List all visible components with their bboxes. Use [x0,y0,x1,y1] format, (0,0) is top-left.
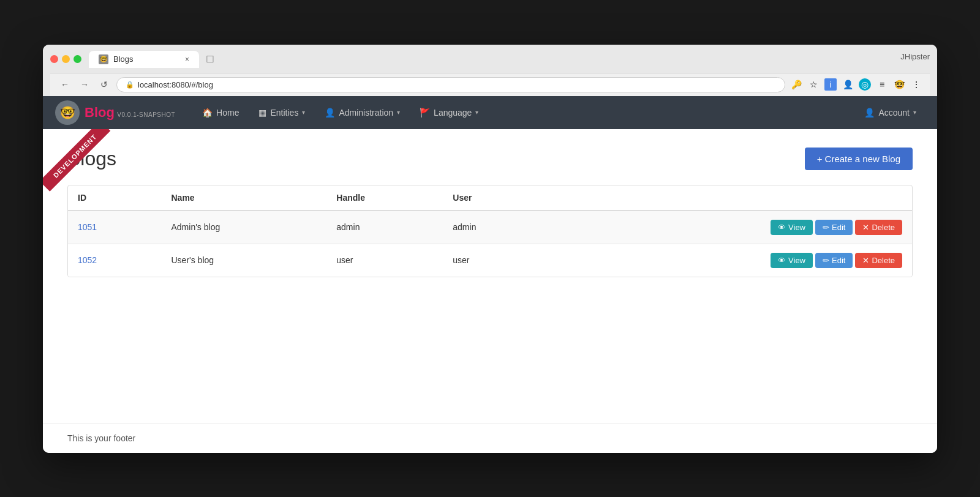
brand-name: Blog [85,105,115,120]
account-icon: 👤 [864,108,875,118]
nav-home[interactable]: 🏠 Home [194,103,247,122]
create-new-blog-button[interactable]: + Create a new Blog [805,148,913,170]
brand-name-wrapper: Blog v0.0.1-SNAPSHOT [85,105,175,121]
view-icon: 👁 [778,223,786,232]
extension-2-icon[interactable]: 👤 [842,78,854,91]
nav-home-label: Home [216,108,239,118]
navbar-nav: 🏠 Home ▦ Entities ▾ 👤 Administration ▾ 🚩… [194,103,856,122]
brand-version: v0.0.1-SNAPSHOT [117,111,175,118]
key-icon[interactable]: 🔑 [790,78,802,91]
browser-titlebar: 🤓 Blogs × □ JHipster [50,51,930,68]
row2-view-button[interactable]: 👁 View [771,253,813,268]
row1-edit-button[interactable]: ✏ Edit [815,220,853,235]
new-tab-button[interactable]: □ [202,51,219,68]
toolbar-icons: 🔑 ☆ i 👤 ◎ ≡ 🤓 ⋮ [790,78,922,91]
jhipster-label: JHipster [900,52,930,66]
nav-entities[interactable]: ▦ Entities ▾ [250,103,314,122]
col-user: User [443,185,546,211]
minimize-window-button[interactable] [62,55,70,63]
row1-user: admin [443,211,546,244]
nav-account[interactable]: 👤 Account ▾ [856,103,925,122]
table-body: 1051 Admin's blog admin admin 👁 View [68,211,912,277]
nav-entities-label: Entities [270,108,298,118]
nav-administration[interactable]: 👤 Administration ▾ [316,103,409,122]
row2-handle: user [326,244,443,277]
blogs-table: ID Name Handle User 1051 [68,185,912,277]
navbar-right: 👤 Account ▾ [856,103,925,122]
row1-view-label: View [788,223,805,232]
row1-delete-button[interactable]: ✕ Delete [855,220,902,235]
view-icon-2: 👁 [778,256,786,265]
tab-favicon: 🤓 [99,54,108,64]
row1-delete-label: Delete [872,223,895,232]
reload-button[interactable]: ↺ [97,77,111,92]
delete-icon: ✕ [862,223,869,232]
active-tab[interactable]: 🤓 Blogs × [89,51,199,68]
nav-language-label: Language [434,108,472,118]
edit-icon-2: ✏ [823,256,829,265]
row2-delete-button[interactable]: ✕ Delete [855,253,902,268]
app-footer: This is your footer [43,423,937,453]
address-bar[interactable]: 🔒 localhost:8080/#/blog [116,77,785,92]
entities-icon: ▦ [258,108,266,118]
row2-edit-button[interactable]: ✏ Edit [815,253,853,268]
browser-window: 🤓 Blogs × □ JHipster ← → ↺ 🔒 localhost:8… [43,45,937,453]
new-tab-icon: □ [207,53,214,65]
browser-tabs: 🤓 Blogs × □ [89,51,900,68]
col-handle: Handle [326,185,443,211]
blogs-table-container: ID Name Handle User 1051 [67,185,913,277]
main-content: Development Blogs + Create a new Blog ID… [43,129,937,423]
page-title: Blogs [67,148,116,170]
navbar: 🤓 Blog v0.0.1-SNAPSHOT 🏠 Home ▦ Entities… [43,96,937,129]
nav-administration-label: Administration [339,108,393,118]
col-name: Name [162,185,327,211]
nav-account-label: Account [878,108,910,118]
administration-chevron-icon: ▾ [397,109,400,116]
browser-toolbar: ← → ↺ 🔒 localhost:8080/#/blog 🔑 ☆ i 👤 ◎ … [50,73,930,96]
close-window-button[interactable] [50,55,58,63]
row1-handle: admin [326,211,443,244]
browser-chrome: 🤓 Blogs × □ JHipster ← → ↺ 🔒 localhost:8… [43,45,937,96]
menu-dots-icon[interactable]: ⋮ [910,78,922,91]
jhipster-ext-icon[interactable]: 🤓 [893,78,905,91]
row1-id-link[interactable]: 1051 [78,222,97,232]
language-icon: 🚩 [420,108,430,118]
row2-edit-label: Edit [832,256,845,265]
traffic-lights [50,55,81,63]
nav-language[interactable]: 🚩 Language ▾ [411,103,487,122]
brand-logo: 🤓 [55,100,80,125]
content-header: Blogs + Create a new Blog [67,148,913,170]
tab-title: Blogs [113,54,134,64]
row2-btn-group: 👁 View ✏ Edit ✕ Delete [557,253,902,268]
table-row: 1052 User's blog user user 👁 View [68,244,912,277]
table-row: 1051 Admin's blog admin admin 👁 View [68,211,912,244]
extension-3-icon[interactable]: ◎ [859,78,871,91]
app-container: 🤓 Blog v0.0.1-SNAPSHOT 🏠 Home ▦ Entities… [43,96,937,453]
row1-name: Admin's blog [162,211,327,244]
forward-button[interactable]: → [77,77,92,92]
row2-user: user [443,244,546,277]
maximize-window-button[interactable] [74,55,81,63]
back-button[interactable]: ← [58,77,72,92]
row2-name: User's blog [162,244,327,277]
entities-chevron-icon: ▾ [302,109,305,116]
row1-view-button[interactable]: 👁 View [771,220,813,235]
row1-actions: 👁 View ✏ Edit ✕ Delete [547,211,912,244]
star-icon[interactable]: ☆ [807,78,820,91]
language-chevron-icon: ▾ [475,109,478,116]
table-head: ID Name Handle User [68,185,912,211]
row2-id-link[interactable]: 1052 [78,255,97,265]
row2-id: 1052 [68,244,162,277]
table-header-row: ID Name Handle User [68,185,912,211]
row2-view-label: View [788,256,805,265]
tab-close-button[interactable]: × [185,55,189,64]
row1-btn-group: 👁 View ✏ Edit ✕ Delete [557,220,902,235]
row1-id: 1051 [68,211,162,244]
lock-icon: 🔒 [126,81,134,89]
administration-icon: 👤 [325,108,335,118]
col-actions [547,185,912,211]
row1-edit-label: Edit [832,223,845,232]
extension-4-icon[interactable]: ≡ [876,78,888,91]
extension-1-icon[interactable]: i [824,78,837,91]
navbar-brand[interactable]: 🤓 Blog v0.0.1-SNAPSHOT [55,100,175,125]
